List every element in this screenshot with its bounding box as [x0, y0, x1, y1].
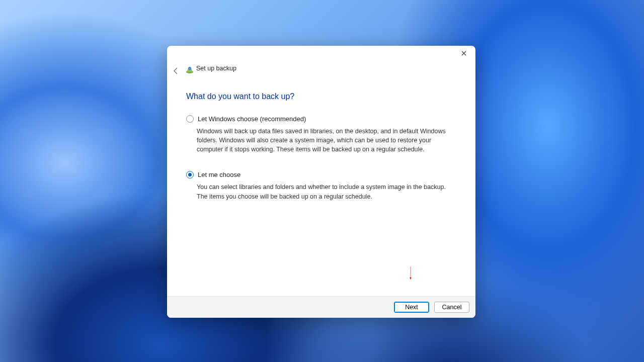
- page-heading: What do you want to back up?: [186, 92, 456, 101]
- window-title: Set up backup: [196, 65, 236, 72]
- desktop-wallpaper: Set up backup What do you want to back u…: [0, 0, 644, 362]
- next-button[interactable]: Next: [394, 302, 429, 313]
- option-description: You can select libraries and folders and…: [186, 183, 456, 201]
- close-button[interactable]: [452, 46, 475, 61]
- wizard-content: What do you want to back up? Let Windows…: [167, 68, 475, 296]
- backup-wizard-window: Set up backup What do you want to back u…: [167, 46, 475, 318]
- option-label: Let Windows choose (recommended): [198, 115, 306, 123]
- radio-let-windows-choose[interactable]: [186, 115, 194, 123]
- titlebar: Set up backup: [167, 46, 475, 68]
- option-let-me-choose[interactable]: Let me choose You can select libraries a…: [186, 171, 456, 201]
- option-label: Let me choose: [198, 171, 240, 178]
- option-let-windows-choose[interactable]: Let Windows choose (recommended) Windows…: [186, 115, 456, 154]
- radio-let-me-choose[interactable]: [186, 171, 194, 178]
- backup-icon: [185, 65, 194, 74]
- back-button[interactable]: [170, 65, 182, 77]
- cancel-button[interactable]: Cancel: [434, 302, 469, 313]
- wizard-footer: Next Cancel: [167, 296, 475, 318]
- option-description: Windows will back up data files saved in…: [186, 127, 456, 154]
